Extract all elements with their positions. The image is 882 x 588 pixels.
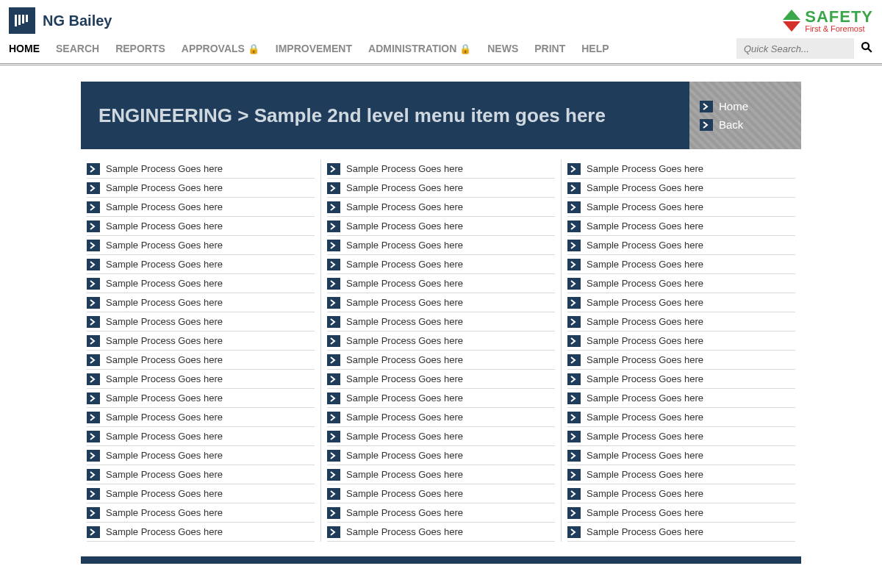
chevron-right-icon — [567, 297, 581, 309]
process-item[interactable]: Sample Process Goes here — [567, 179, 795, 198]
nav-item-help[interactable]: HELP — [581, 43, 609, 54]
process-item-label: Sample Process Goes here — [346, 335, 463, 346]
process-item[interactable]: Sample Process Goes here — [567, 274, 795, 293]
process-item[interactable]: Sample Process Goes here — [87, 312, 315, 331]
process-item[interactable]: Sample Process Goes here — [87, 198, 315, 217]
home-link[interactable]: Home — [700, 100, 801, 112]
process-item-label: Sample Process Goes here — [346, 220, 463, 232]
process-item[interactable]: Sample Process Goes here — [567, 523, 795, 542]
process-item[interactable]: Sample Process Goes here — [327, 331, 555, 351]
process-item[interactable]: Sample Process Goes here — [327, 523, 555, 542]
process-item[interactable]: Sample Process Goes here — [327, 446, 555, 465]
process-item[interactable]: Sample Process Goes here — [327, 484, 555, 503]
search-icon[interactable] — [860, 40, 873, 57]
process-item-label: Sample Process Goes here — [346, 297, 463, 308]
process-item[interactable]: Sample Process Goes here — [327, 293, 555, 312]
process-item[interactable]: Sample Process Goes here — [567, 484, 795, 503]
nav-item-home[interactable]: HOME — [9, 43, 40, 54]
process-item[interactable]: Sample Process Goes here — [567, 236, 795, 255]
process-item[interactable]: Sample Process Goes here — [327, 389, 555, 408]
process-item[interactable]: Sample Process Goes here — [567, 217, 795, 236]
process-item[interactable]: Sample Process Goes here — [87, 523, 315, 542]
process-item[interactable]: Sample Process Goes here — [87, 159, 315, 179]
process-item[interactable]: Sample Process Goes here — [87, 331, 315, 351]
process-item-label: Sample Process Goes here — [346, 278, 463, 289]
process-item[interactable]: Sample Process Goes here — [567, 159, 795, 179]
process-item[interactable]: Sample Process Goes here — [87, 427, 315, 446]
process-item-label: Sample Process Goes here — [106, 335, 223, 346]
process-item-label: Sample Process Goes here — [346, 526, 463, 537]
nav-item-approvals[interactable]: APPROVALS 🔒 — [182, 43, 259, 54]
process-item[interactable]: Sample Process Goes here — [567, 331, 795, 351]
process-item-label: Sample Process Goes here — [587, 526, 703, 537]
process-item[interactable]: Sample Process Goes here — [87, 351, 315, 370]
nav-item-search[interactable]: SEARCH — [56, 43, 99, 54]
chevron-right-icon — [327, 182, 340, 194]
chevron-right-icon — [87, 392, 100, 404]
process-item[interactable]: Sample Process Goes here — [567, 293, 795, 312]
chevron-right-icon — [327, 201, 340, 213]
process-item[interactable]: Sample Process Goes here — [567, 446, 795, 465]
safety-title: SAFETY — [805, 9, 873, 25]
process-item[interactable]: Sample Process Goes here — [327, 159, 555, 179]
process-item[interactable]: Sample Process Goes here — [567, 198, 795, 217]
process-item[interactable]: Sample Process Goes here — [87, 293, 315, 312]
chevron-right-icon — [567, 431, 581, 442]
process-item[interactable]: Sample Process Goes here — [327, 255, 555, 274]
nav-item-news[interactable]: NEWS — [487, 43, 518, 54]
process-item[interactable]: Sample Process Goes here — [327, 503, 555, 523]
chevron-right-icon — [567, 278, 581, 290]
process-item[interactable]: Sample Process Goes here — [567, 427, 795, 446]
process-item-label: Sample Process Goes here — [106, 163, 223, 174]
chevron-right-icon — [327, 507, 340, 519]
process-item[interactable]: Sample Process Goes here — [567, 312, 795, 331]
process-item[interactable]: Sample Process Goes here — [87, 236, 315, 255]
process-column: Sample Process Goes hereSample Process G… — [81, 159, 320, 542]
process-item-label: Sample Process Goes here — [106, 488, 223, 499]
process-item-label: Sample Process Goes here — [587, 373, 703, 384]
process-item[interactable]: Sample Process Goes here — [327, 465, 555, 484]
process-item[interactable]: Sample Process Goes here — [327, 370, 555, 389]
process-item-label: Sample Process Goes here — [587, 278, 703, 289]
chevron-right-icon — [327, 240, 340, 251]
process-item[interactable]: Sample Process Goes here — [87, 217, 315, 236]
chevron-right-icon — [87, 507, 100, 519]
process-item[interactable]: Sample Process Goes here — [87, 255, 315, 274]
process-item[interactable]: Sample Process Goes here — [87, 465, 315, 484]
chevron-right-icon — [327, 354, 340, 366]
back-link[interactable]: Back — [700, 118, 801, 131]
process-item[interactable]: Sample Process Goes here — [327, 179, 555, 198]
process-item[interactable]: Sample Process Goes here — [87, 370, 315, 389]
process-item[interactable]: Sample Process Goes here — [327, 408, 555, 427]
process-item[interactable]: Sample Process Goes here — [87, 446, 315, 465]
nav-item-reports[interactable]: REPORTS — [115, 43, 165, 54]
process-item[interactable]: Sample Process Goes here — [327, 198, 555, 217]
process-item[interactable]: Sample Process Goes here — [567, 255, 795, 274]
process-item[interactable]: Sample Process Goes here — [327, 351, 555, 370]
process-item-label: Sample Process Goes here — [346, 316, 463, 327]
process-item[interactable]: Sample Process Goes here — [567, 351, 795, 370]
process-item[interactable]: Sample Process Goes here — [87, 503, 315, 523]
process-item[interactable]: Sample Process Goes here — [567, 370, 795, 389]
process-item[interactable]: Sample Process Goes here — [567, 408, 795, 427]
chevron-right-icon — [567, 488, 581, 500]
process-item[interactable]: Sample Process Goes here — [87, 274, 315, 293]
nav-item-administration[interactable]: ADMINISTRATION 🔒 — [368, 43, 471, 54]
process-item[interactable]: Sample Process Goes here — [567, 389, 795, 408]
process-item-label: Sample Process Goes here — [106, 469, 223, 480]
process-item[interactable]: Sample Process Goes here — [327, 312, 555, 331]
process-item[interactable]: Sample Process Goes here — [327, 236, 555, 255]
process-item[interactable]: Sample Process Goes here — [567, 503, 795, 523]
process-item[interactable]: Sample Process Goes here — [87, 408, 315, 427]
brand-logo[interactable]: NG Bailey — [9, 7, 112, 34]
process-item[interactable]: Sample Process Goes here — [87, 389, 315, 408]
nav-item-print[interactable]: PRINT — [534, 43, 565, 54]
nav-item-improvement[interactable]: IMPROVEMENT — [276, 43, 352, 54]
search-input[interactable] — [736, 38, 854, 59]
process-item[interactable]: Sample Process Goes here — [87, 179, 315, 198]
process-item[interactable]: Sample Process Goes here — [327, 274, 555, 293]
process-item[interactable]: Sample Process Goes here — [327, 427, 555, 446]
process-item[interactable]: Sample Process Goes here — [87, 484, 315, 503]
process-item[interactable]: Sample Process Goes here — [567, 465, 795, 484]
process-item[interactable]: Sample Process Goes here — [327, 217, 555, 236]
